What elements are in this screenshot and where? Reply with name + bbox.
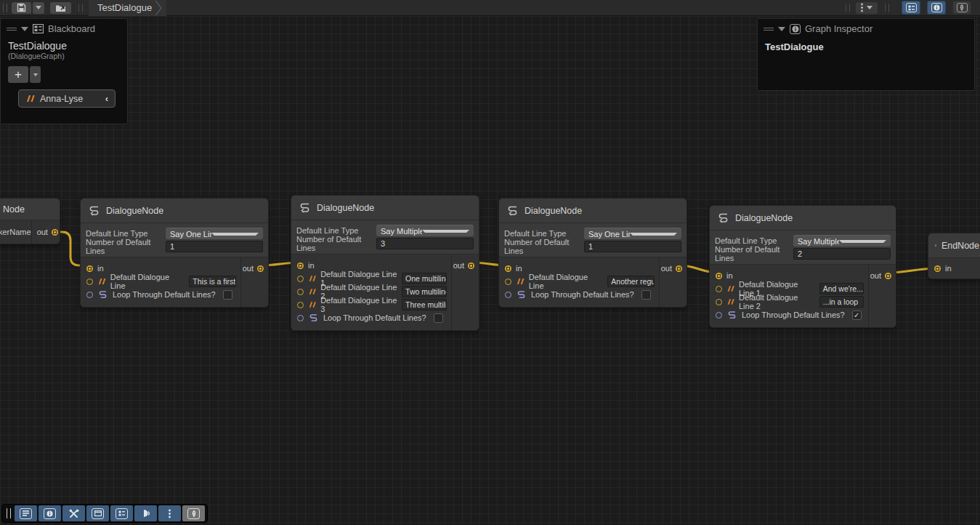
graph-inspector-toggle-button[interactable] bbox=[927, 1, 946, 15]
dialogue-line-label: Default Dialogue Line 3 bbox=[320, 296, 397, 313]
window-icon bbox=[92, 508, 104, 519]
dialogue-line-port[interactable] bbox=[297, 276, 304, 282]
input-port[interactable] bbox=[297, 262, 304, 269]
in-port-label: in bbox=[308, 261, 315, 270]
output-port[interactable] bbox=[468, 262, 474, 269]
num-lines-label: Number of Default Lines bbox=[715, 245, 793, 262]
blackboard-button[interactable] bbox=[110, 505, 133, 521]
line-type-dropdown[interactable]: Say Multiple Lines bbox=[793, 235, 891, 247]
tools-button[interactable] bbox=[62, 505, 85, 521]
loop-checkbox[interactable] bbox=[434, 313, 443, 323]
dialogue-node-1[interactable]: DialogueNode Default Line Type Say One L… bbox=[80, 198, 269, 308]
loop-port[interactable] bbox=[86, 292, 93, 298]
dialogue-line-field[interactable]: This is a first bbox=[189, 276, 236, 287]
speaker-node-clipped[interactable]: Node kerName out bbox=[0, 198, 60, 244]
out-port-label: out bbox=[453, 261, 464, 270]
dialogue-line-field[interactable]: Two multiline bbox=[402, 286, 447, 297]
blackboard-graph-name[interactable]: TestDialogue bbox=[1, 37, 127, 52]
quote-icon bbox=[308, 301, 316, 308]
dialogue-node-4[interactable]: DialogueNode Default Line Type Say Multi… bbox=[709, 205, 896, 328]
dialogue-flow-icon bbox=[934, 240, 937, 251]
blackboard-header[interactable]: Blackboard bbox=[1, 19, 127, 37]
output-port[interactable] bbox=[885, 273, 891, 279]
collapse-triangle-icon[interactable] bbox=[778, 27, 785, 31]
chevron-left-icon[interactable]: ‹ bbox=[105, 93, 108, 104]
toolbar-separator bbox=[885, 4, 889, 12]
toolbar-drag-handle[interactable] bbox=[7, 508, 11, 518]
dialogue-line-label: Default Dialogue Line bbox=[110, 273, 185, 290]
output-port[interactable] bbox=[676, 265, 682, 272]
add-property-options-button[interactable] bbox=[30, 66, 41, 83]
dialogue-line-field[interactable]: ...in a loop bbox=[819, 296, 864, 308]
num-lines-input[interactable]: 2 bbox=[793, 248, 891, 260]
blackboard-icon bbox=[116, 508, 128, 519]
loop-checkbox[interactable]: ✓ bbox=[852, 310, 862, 320]
collapse-triangle-icon[interactable] bbox=[21, 27, 28, 31]
graph-inspector-header[interactable]: Graph Inspector bbox=[758, 19, 974, 37]
line-type-dropdown[interactable]: Say One Line bbox=[166, 228, 263, 239]
input-port[interactable] bbox=[716, 273, 722, 279]
num-lines-input[interactable]: 1 bbox=[584, 241, 681, 252]
input-port[interactable] bbox=[934, 265, 941, 272]
output-port[interactable] bbox=[257, 265, 264, 272]
in-port-label: in bbox=[945, 264, 952, 273]
dialogue-line-port[interactable] bbox=[297, 289, 304, 295]
input-port[interactable] bbox=[505, 265, 511, 272]
loop-port[interactable] bbox=[505, 292, 511, 298]
dialogue-node-3[interactable]: DialogueNode Default Line Type Say One L… bbox=[498, 198, 687, 308]
dialogue-line-field[interactable]: Another regu bbox=[607, 276, 655, 287]
window-button[interactable] bbox=[86, 505, 109, 521]
info-button[interactable] bbox=[39, 505, 61, 521]
loop-checkbox[interactable] bbox=[641, 290, 651, 300]
drag-grip-icon[interactable] bbox=[7, 26, 17, 32]
breadcrumb-label: TestDialogue bbox=[97, 2, 152, 13]
loop-label: Loop Through Default Lines? bbox=[531, 290, 634, 299]
dialogue-line-field[interactable]: One multiline bbox=[402, 273, 447, 284]
dialogue-line-field[interactable]: And we're... bbox=[819, 283, 864, 294]
chevron-down-icon bbox=[422, 230, 469, 233]
dialogue-line-label: Default Dialogue Line 2 bbox=[739, 293, 815, 310]
line-type-value: Say Multiple Lines bbox=[798, 237, 839, 246]
overflow-menu-button[interactable] bbox=[856, 2, 878, 14]
save-options-button[interactable] bbox=[33, 2, 44, 14]
toolbar-drag-handle[interactable] bbox=[3, 4, 7, 12]
save-button[interactable] bbox=[12, 2, 31, 14]
quote-icon bbox=[726, 298, 734, 305]
blackboard-property-anna-lyse[interactable]: Anna-Lyse ‹ bbox=[18, 89, 116, 108]
dialogue-line-port[interactable] bbox=[716, 299, 722, 305]
line-type-dropdown[interactable]: Say One Line bbox=[584, 228, 681, 239]
node-title[interactable]: Node bbox=[0, 199, 60, 220]
in-port-label: in bbox=[97, 264, 104, 273]
add-property-button[interactable]: + bbox=[8, 66, 28, 83]
drag-grip-icon[interactable] bbox=[764, 26, 774, 32]
dialogue-line-port[interactable] bbox=[297, 302, 304, 308]
chevron-down-icon bbox=[36, 6, 41, 9]
quote-icon bbox=[726, 285, 734, 292]
out-port-label: out bbox=[243, 264, 254, 273]
blackboard-toggle-button[interactable] bbox=[902, 1, 920, 15]
minimap-pen-button[interactable] bbox=[182, 505, 205, 521]
kebab-menu-icon bbox=[169, 509, 171, 518]
dialogue-line-port[interactable] bbox=[505, 278, 511, 285]
minimap-toggle-button[interactable] bbox=[952, 1, 971, 15]
graph-breadcrumb-tab[interactable]: TestDialogue bbox=[89, 0, 166, 16]
document-button[interactable] bbox=[15, 505, 37, 521]
open-asset-button[interactable] bbox=[50, 2, 71, 14]
input-port[interactable] bbox=[86, 265, 93, 272]
num-lines-input[interactable]: 3 bbox=[376, 238, 474, 249]
loop-port[interactable] bbox=[297, 315, 304, 321]
dialogue-line-port[interactable] bbox=[86, 278, 93, 285]
output-port[interactable] bbox=[52, 229, 58, 236]
info-icon bbox=[790, 24, 801, 34]
line-type-dropdown[interactable]: Say Multiple Lines bbox=[376, 225, 474, 236]
toolbar-overflow-button[interactable] bbox=[158, 505, 181, 521]
dialogue-playback-button[interactable] bbox=[134, 505, 157, 521]
property-name: Anna-Lyse bbox=[40, 94, 100, 104]
dialogue-line-field[interactable]: Three multilin bbox=[402, 299, 447, 310]
dialogue-node-2[interactable]: DialogueNode Default Line Type Say Multi… bbox=[291, 195, 479, 331]
num-lines-input[interactable]: 1 bbox=[166, 241, 263, 252]
dialogue-line-port[interactable] bbox=[716, 286, 722, 292]
loop-checkbox[interactable] bbox=[223, 290, 232, 300]
end-node[interactable]: EndNode in bbox=[928, 233, 980, 279]
loop-port[interactable] bbox=[716, 312, 722, 318]
